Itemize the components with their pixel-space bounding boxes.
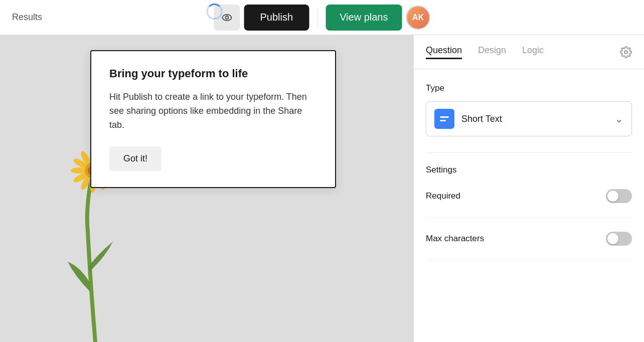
- avatar[interactable]: AK: [406, 6, 430, 30]
- setting-required: Required: [426, 189, 632, 218]
- loading-spinner: [207, 4, 225, 22]
- type-icon: [434, 109, 454, 129]
- header-left: Results: [12, 12, 42, 23]
- header: Results Publish View plans AK: [0, 0, 644, 35]
- tooltip-title: Bring your typeform to life: [109, 67, 317, 80]
- results-link[interactable]: Results: [12, 12, 42, 23]
- chevron-down-icon: ⌄: [615, 113, 623, 125]
- panel-content: Type Short Text ⌄ Settings: [414, 69, 644, 342]
- svg-point-1: [226, 16, 229, 19]
- settings-title: Settings: [426, 165, 632, 175]
- svg-rect-17: [440, 116, 449, 118]
- tab-design[interactable]: Design: [478, 45, 506, 59]
- short-text-icon: [439, 113, 450, 124]
- type-label: Type: [426, 83, 632, 93]
- got-it-button[interactable]: Got it!: [109, 146, 162, 171]
- header-divider: [317, 8, 317, 28]
- tooltip-body: Hit Publish to create a link to your typ…: [109, 90, 317, 132]
- canvas-area: Bring your typeform to life Hit Publish …: [0, 35, 413, 342]
- type-selector[interactable]: Short Text ⌄: [426, 101, 632, 136]
- max-characters-toggle[interactable]: [606, 232, 632, 246]
- svg-rect-18: [440, 120, 446, 121]
- preview-button[interactable]: [214, 5, 240, 31]
- setting-max-characters: Max characters: [426, 232, 632, 260]
- tooltip-popup: Bring your typeform to life Hit Publish …: [90, 50, 336, 188]
- canvas-background: Bring your typeform to life Hit Publish …: [0, 35, 413, 342]
- panel-tabs: Question Design Logic: [414, 35, 644, 69]
- tab-question[interactable]: Question: [426, 45, 462, 59]
- toggle-knob: [607, 191, 618, 202]
- required-label: Required: [426, 191, 460, 201]
- type-name: Short Text: [461, 114, 502, 124]
- gear-icon: [620, 46, 632, 58]
- main-content: Bring your typeform to life Hit Publish …: [0, 35, 644, 342]
- type-selector-left: Short Text: [434, 109, 502, 129]
- publish-button[interactable]: Publish: [244, 5, 309, 31]
- panel-divider: [426, 152, 632, 153]
- header-center: Publish View plans AK: [214, 5, 430, 31]
- right-panel: Question Design Logic Type: [413, 35, 644, 342]
- max-characters-label: Max characters: [426, 234, 484, 244]
- required-toggle[interactable]: [606, 189, 632, 203]
- toggle-knob-2: [607, 233, 618, 244]
- settings-gear-button[interactable]: [620, 46, 632, 58]
- svg-point-11: [71, 167, 87, 174]
- svg-point-16: [624, 51, 627, 54]
- view-plans-button[interactable]: View plans: [326, 5, 402, 31]
- tab-logic[interactable]: Logic: [522, 45, 544, 59]
